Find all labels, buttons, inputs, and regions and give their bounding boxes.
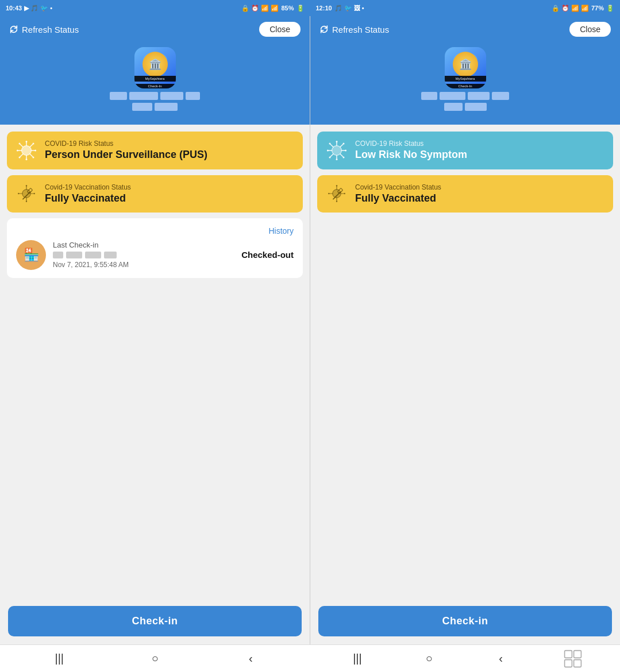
close-button-2[interactable]: Close xyxy=(569,22,611,37)
risk-card-text-1: COVID-19 Risk Status Person Under Survei… xyxy=(45,140,207,161)
app-icon-area-2: 🏛️ MySejahtera Check-In xyxy=(319,41,611,113)
icons-left: ▶ 🎵 🐦 • xyxy=(24,5,52,12)
risk-label-1: COVID-19 Risk Status xyxy=(45,140,207,148)
risk-value-1: Person Under Surveillance (PUS) xyxy=(45,149,207,161)
nav-back-right[interactable]: ‹ xyxy=(491,648,511,669)
svg-point-30 xyxy=(336,141,338,142)
risk-card-text-2: COVID-19 Risk Status Low Risk No Symptom xyxy=(355,140,467,161)
risk-label-2: COVID-19 Risk Status xyxy=(355,140,467,148)
battery-right: 77% xyxy=(591,5,604,11)
vacc-card-2: Covid-19 Vaccination Status Fully Vaccin… xyxy=(317,175,613,213)
vacc-icon-1 xyxy=(16,183,37,204)
vacc-card-text-1: Covid-19 Vaccination Status Fully Vaccin… xyxy=(45,183,131,204)
nav-recents-left[interactable]: ||| xyxy=(49,648,70,669)
svg-line-39 xyxy=(340,154,343,157)
checkin-status-1: Checked-out xyxy=(241,250,294,260)
checkin-bottom-2: Check-in xyxy=(310,599,620,644)
svg-point-16 xyxy=(19,156,21,158)
refresh-button-2[interactable]: Refresh Status xyxy=(319,25,389,34)
user-name-2 xyxy=(421,92,509,111)
svg-line-11 xyxy=(30,154,33,157)
svg-point-14 xyxy=(33,142,34,144)
nav-back-left[interactable]: ‹ xyxy=(240,648,261,669)
app-sublabel-2: Check-In xyxy=(445,84,486,88)
battery-icon-right: 🔋 xyxy=(606,5,614,12)
svg-point-38 xyxy=(329,142,331,144)
screen-1-header: Refresh Status Close 🏛️ MySejahtera Chec… xyxy=(0,16,310,125)
battery-icon-left: 🔋 xyxy=(296,5,305,12)
svg-point-21 xyxy=(26,201,27,202)
nav-logo xyxy=(563,648,583,669)
checkin-big-button-2[interactable]: Check-in xyxy=(318,606,612,636)
refresh-label-1: Refresh Status xyxy=(22,25,79,34)
risk-value-2: Low Risk No Symptom xyxy=(355,149,467,161)
screen-2-content: COVID-19 Risk Status Low Risk No Symptom xyxy=(310,125,620,599)
history-button-1[interactable]: History xyxy=(268,226,294,235)
svg-point-12 xyxy=(33,156,34,158)
vacc-card-1: Covid-19 Vaccination Status Fully Vaccin… xyxy=(7,175,303,213)
svg-rect-56 xyxy=(564,650,572,658)
svg-rect-58 xyxy=(564,659,572,667)
time-left: 10:43 xyxy=(6,5,22,11)
svg-point-40 xyxy=(343,156,345,158)
screen-2-header: Refresh Status Close 🏛️ MySejahtera Chec… xyxy=(310,16,620,125)
svg-point-8 xyxy=(34,149,36,151)
checkin-big-button-1[interactable]: Check-in xyxy=(8,606,302,636)
screen-1-content: COVID-19 Risk Status Person Under Survei… xyxy=(0,125,310,599)
app-icon-1: 🏛️ MySejahtera Check-In xyxy=(134,47,176,88)
virus-icon-2 xyxy=(326,140,347,161)
battery-left: 85% xyxy=(281,5,294,11)
checkin-card-1: History 🏪 Last Check-in No xyxy=(7,218,303,278)
svg-point-6 xyxy=(17,149,18,151)
svg-line-43 xyxy=(330,154,333,157)
risk-status-card-2: COVID-19 Risk Status Low Risk No Symptom xyxy=(317,132,613,169)
svg-point-34 xyxy=(327,149,329,151)
checkin-name-1 xyxy=(53,252,234,258)
icons-right: 🎵 🐦 🖼 • xyxy=(334,5,364,12)
svg-point-2 xyxy=(26,141,28,142)
svg-rect-57 xyxy=(573,650,581,658)
svg-point-25 xyxy=(34,193,35,194)
app-icon-area-1: 🏛️ MySejahtera Check-In xyxy=(9,41,301,113)
svg-line-13 xyxy=(30,144,33,147)
svg-line-41 xyxy=(340,144,343,147)
user-name-1 xyxy=(110,92,200,111)
close-button-1[interactable]: Close xyxy=(259,22,301,37)
store-icon-1: 🏪 xyxy=(16,240,46,270)
svg-rect-59 xyxy=(573,659,581,667)
status-bar-left: 10:43 ▶ 🎵 🐦 • 🔒 ⏰ 📶 📶 85% 🔋 xyxy=(0,0,310,16)
time-right: 12:10 xyxy=(316,5,332,11)
refresh-button-1[interactable]: Refresh Status xyxy=(9,25,79,34)
nav-recents-right[interactable]: ||| xyxy=(347,648,368,669)
nav-home-left[interactable]: ○ xyxy=(145,648,165,669)
checkin-bottom-1: Check-in xyxy=(0,599,310,644)
svg-point-10 xyxy=(19,142,21,144)
svg-point-36 xyxy=(345,149,346,151)
svg-line-15 xyxy=(20,154,23,157)
checkin-info-1: Last Check-in Nov 7, 2021, 9:55:48 AM xyxy=(53,241,234,269)
vacc-label-2: Covid-19 Vaccination Status xyxy=(355,183,441,191)
svg-point-4 xyxy=(26,159,28,160)
app-name-2: MySejahtera xyxy=(445,76,486,82)
status-bar-right: 12:10 🎵 🐦 🖼 • 🔒 ⏰ 📶 📶 77% 🔋 xyxy=(310,0,621,16)
risk-status-card-1: COVID-19 Risk Status Person Under Survei… xyxy=(7,132,303,169)
virus-icon-1 xyxy=(16,140,37,161)
svg-point-23 xyxy=(18,193,19,194)
app-icon-2: 🏛️ MySejahtera Check-In xyxy=(445,47,486,88)
battery-icons-right: 🔒 ⏰ 📶 📶 xyxy=(552,5,589,12)
app-sublabel-1: Check-In xyxy=(134,84,176,88)
battery-icons-left: 🔒 ⏰ 📶 📶 xyxy=(241,5,279,12)
screen-1: Refresh Status Close 🏛️ MySejahtera Chec… xyxy=(0,16,310,644)
nav-bar-left: ||| ○ ‹ xyxy=(0,645,310,672)
app-name-1: MySejahtera xyxy=(134,76,176,82)
svg-point-19 xyxy=(26,185,27,186)
svg-point-49 xyxy=(336,201,337,202)
svg-point-53 xyxy=(344,193,345,194)
svg-point-44 xyxy=(329,156,331,158)
svg-line-9 xyxy=(20,144,23,147)
vacc-card-text-2: Covid-19 Vaccination Status Fully Vaccin… xyxy=(355,183,441,204)
refresh-label-2: Refresh Status xyxy=(332,25,389,34)
svg-point-51 xyxy=(328,193,329,194)
nav-home-right[interactable]: ○ xyxy=(419,648,440,669)
nav-bar-right: ||| ○ ‹ xyxy=(310,645,621,672)
